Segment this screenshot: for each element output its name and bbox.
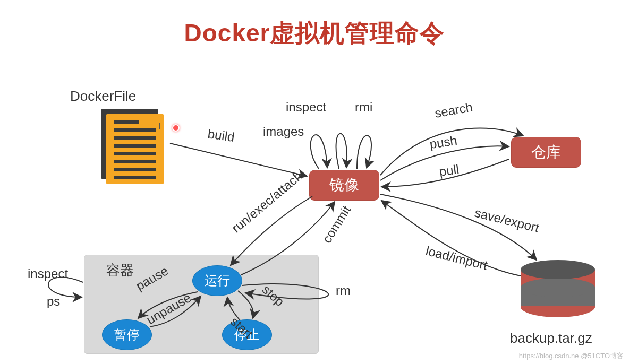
- edge-inspect-ctr: inspect: [28, 266, 68, 281]
- edge-commit: commit: [319, 203, 353, 245]
- node-paused: 暂停: [102, 319, 152, 350]
- node-repo: 仓库: [511, 137, 581, 168]
- container-label: 容器: [106, 261, 134, 280]
- edge-run-exec-attach: run/exec/attach: [229, 169, 305, 236]
- node-stopped: 停止: [222, 319, 272, 350]
- edge-images: images: [263, 124, 304, 138]
- watermark: https://blog.csdn.ne @51CTO博客: [519, 351, 624, 361]
- laser-pointer-dot: [172, 124, 180, 132]
- backup-label: backup.tar.gz: [510, 330, 592, 346]
- edge-build: build: [207, 126, 235, 144]
- edge-inspect-img: inspect: [286, 100, 326, 114]
- edge-rmi: rmi: [355, 100, 372, 114]
- node-running: 运行: [192, 265, 242, 296]
- edge-ps: ps: [47, 294, 60, 308]
- backup-file-icon: [521, 260, 595, 324]
- node-image: 镜像: [309, 170, 379, 201]
- edge-rm: rm: [336, 283, 351, 298]
- text-cursor-icon: I: [158, 121, 166, 132]
- edge-save-export: save/export: [473, 205, 541, 235]
- page-title: Docker虚拟机管理命令: [0, 17, 629, 50]
- edge-search: search: [434, 100, 474, 120]
- dockerfile-label: DockerFile: [70, 88, 136, 105]
- edge-pull: pull: [438, 162, 460, 179]
- edge-load-import: load/import: [424, 244, 489, 273]
- dockerfile-icon: [101, 109, 165, 183]
- edge-push: push: [429, 133, 458, 151]
